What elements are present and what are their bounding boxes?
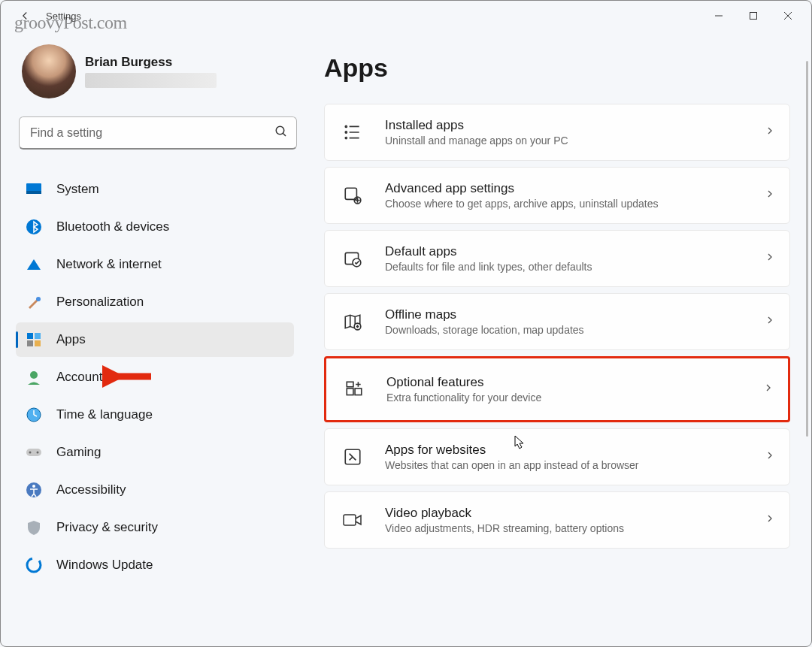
scrollbar[interactable] — [806, 61, 808, 437]
card-default-apps[interactable]: Default apps Defaults for file and link … — [324, 230, 790, 287]
card-title: Offline maps — [385, 307, 743, 322]
page-title: Apps — [324, 53, 793, 83]
sidebar-item-label: Accounts — [56, 370, 109, 385]
svg-rect-10 — [27, 333, 33, 339]
sidebar-item-network[interactable]: Network & internet — [16, 247, 294, 282]
card-desc: Defaults for file and link types, other … — [385, 261, 743, 273]
card-title: Optional features — [386, 375, 741, 390]
sidebar-item-update[interactable]: Windows Update — [16, 548, 294, 582]
sidebar-item-label: Gaming — [56, 445, 102, 460]
svg-point-25 — [345, 125, 347, 127]
optional-features-icon — [343, 378, 365, 401]
sidebar-item-label: Privacy & security — [56, 520, 158, 535]
personalization-icon — [25, 293, 43, 311]
sidebar-item-accounts[interactable]: Accounts — [16, 360, 294, 395]
advanced-settings-icon — [341, 184, 364, 207]
video-playback-icon — [341, 509, 364, 531]
svg-point-20 — [29, 452, 32, 454]
sidebar-item-label: Apps — [56, 332, 86, 347]
update-icon — [25, 556, 43, 574]
card-advanced-app-settings[interactable]: Advanced app settings Choose where to ge… — [324, 167, 790, 224]
search-box[interactable] — [19, 116, 297, 150]
sidebar-item-bluetooth[interactable]: Bluetooth & devices — [16, 210, 294, 244]
svg-rect-11 — [35, 333, 41, 339]
window-title: Settings — [46, 11, 81, 22]
card-desc: Websites that can open in an app instead… — [385, 459, 743, 471]
card-title: Apps for websites — [385, 443, 743, 458]
nav-list: System Bluetooth & devices Network & int… — [16, 169, 301, 585]
sidebar-item-label: Network & internet — [56, 257, 162, 272]
sidebar-item-label: Time & language — [56, 407, 153, 422]
card-desc: Extra functionality for your device — [386, 392, 741, 404]
network-icon — [25, 255, 43, 274]
sidebar-item-label: System — [56, 182, 99, 197]
user-name: Brian Burgess — [85, 55, 217, 70]
svg-rect-37 — [355, 389, 362, 395]
sidebar-item-gaming[interactable]: Gaming — [16, 435, 294, 470]
content-area: Apps Installed apps Uninstall and manage… — [301, 31, 811, 646]
chevron-right-icon — [762, 382, 774, 397]
sidebar-item-label: Windows Update — [56, 558, 153, 573]
sidebar-item-label: Accessibility — [56, 482, 126, 497]
settings-window: groovyPost.com Settings Brian B — [0, 0, 812, 647]
svg-point-9 — [36, 297, 41, 301]
sidebar-item-system[interactable]: System — [16, 172, 294, 207]
chevron-right-icon — [764, 512, 776, 528]
apps-icon — [25, 331, 43, 349]
installed-apps-icon — [341, 121, 364, 144]
sidebar-item-privacy[interactable]: Privacy & security — [16, 510, 294, 545]
chevron-right-icon — [764, 449, 776, 464]
apps-websites-icon — [341, 446, 364, 468]
sidebar-item-personalization[interactable]: Personalization — [16, 285, 294, 319]
back-button[interactable] — [13, 4, 37, 28]
chevron-right-icon — [764, 125, 776, 140]
svg-rect-1 — [750, 13, 757, 20]
svg-point-23 — [32, 485, 35, 488]
sidebar-item-label: Bluetooth & devices — [56, 219, 169, 234]
titlebar: Settings — [1, 1, 811, 31]
card-video-playback[interactable]: Video playback Video adjustments, HDR st… — [324, 491, 790, 549]
svg-rect-7 — [26, 191, 41, 194]
card-apps-for-websites[interactable]: Apps for websites Websites that can open… — [324, 428, 790, 485]
card-desc: Choose where to get apps, archive apps, … — [385, 198, 743, 210]
svg-point-29 — [345, 138, 347, 139]
chevron-right-icon — [764, 188, 776, 203]
card-offline-maps[interactable]: Offline maps Downloads, storage location… — [324, 293, 790, 350]
default-apps-icon — [341, 247, 364, 270]
sidebar-item-accessibility[interactable]: Accessibility — [16, 473, 294, 507]
settings-cards: Installed apps Uninstall and manage apps… — [324, 104, 790, 552]
svg-rect-36 — [347, 389, 353, 395]
svg-point-24 — [27, 558, 41, 572]
gaming-icon — [25, 443, 43, 461]
sidebar-item-time[interactable]: Time & language — [16, 398, 294, 432]
sidebar: Brian Burgess System Bluetooth & devices — [1, 31, 301, 646]
card-installed-apps[interactable]: Installed apps Uninstall and manage apps… — [324, 104, 790, 161]
chevron-right-icon — [764, 314, 776, 329]
svg-rect-12 — [27, 340, 33, 346]
accessibility-icon — [25, 481, 43, 499]
search-icon — [274, 125, 288, 141]
close-button[interactable] — [771, 4, 805, 28]
svg-rect-19 — [26, 449, 41, 456]
user-profile[interactable]: Brian Burgess — [16, 37, 301, 112]
accounts-icon — [25, 368, 43, 386]
svg-rect-13 — [35, 340, 41, 346]
card-title: Installed apps — [385, 118, 743, 133]
card-title: Advanced app settings — [385, 181, 743, 196]
bluetooth-icon — [25, 218, 43, 236]
svg-point-4 — [276, 126, 284, 135]
time-icon — [25, 406, 43, 424]
search-input[interactable] — [19, 116, 297, 150]
user-email-redacted — [85, 73, 217, 88]
svg-point-14 — [30, 371, 38, 379]
privacy-icon — [25, 519, 43, 537]
svg-rect-40 — [344, 515, 356, 525]
sidebar-item-apps[interactable]: Apps — [16, 322, 294, 357]
maximize-button[interactable] — [736, 4, 771, 28]
svg-rect-38 — [347, 382, 353, 387]
card-optional-features[interactable]: Optional features Extra functionality fo… — [324, 356, 790, 422]
avatar — [22, 44, 76, 98]
minimize-button[interactable] — [701, 4, 736, 28]
sidebar-item-label: Personalization — [56, 295, 144, 310]
svg-point-27 — [345, 132, 347, 133]
